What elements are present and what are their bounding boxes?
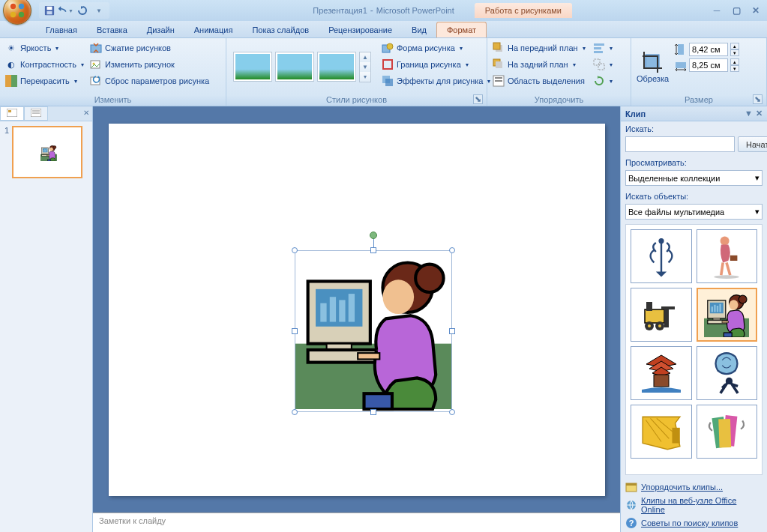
picture-effects-button[interactable]: Эффекты для рисунка▾ [379,73,493,89]
gallery-up-icon[interactable]: ▲ [360,52,370,62]
align-icon [593,42,605,54]
group-label-styles: Стили рисунков⬊ [229,94,484,106]
media-type-select[interactable]: Все файлы мультимедиа▾ [625,204,763,220]
save-icon[interactable] [42,3,57,18]
panel-close-icon[interactable]: ✕ [83,109,89,117]
spin-down-icon[interactable]: ▾ [730,65,739,72]
dialog-launcher-icon[interactable]: ⬊ [753,94,763,104]
tab-home[interactable]: Главная [36,22,87,37]
organize-icon [625,481,637,493]
rotate-handle[interactable] [370,232,377,239]
titlebar: ▼ ▼ Презентация1 - Microsoft PowerPoint … [0,0,767,21]
resize-handle[interactable] [449,409,455,415]
restore-button[interactable]: ▢ [730,5,743,16]
resize-handle[interactable] [370,247,376,253]
group-button[interactable]: ▾ [590,56,616,73]
tab-slideshow[interactable]: Показ слайдов [242,22,319,37]
recolor-icon [5,75,17,87]
style-option[interactable] [275,52,314,82]
group-icon [593,58,605,70]
front-icon [493,42,505,54]
clip-panel-title: Клип [625,109,646,118]
quick-access-toolbar: ▼ ▼ [39,2,109,19]
search-button[interactable]: Начать [738,136,767,152]
spin-up-icon[interactable]: ▴ [730,58,739,65]
slide-canvas[interactable] [109,124,605,496]
organize-clips-link[interactable]: Упорядочить клипы... [625,480,763,495]
selection-pane-button[interactable]: Область выделения [490,73,589,89]
undo-icon[interactable]: ▼ [58,3,73,18]
spin-down-icon[interactable]: ▾ [730,49,739,56]
office-online-link[interactable]: Клипы на веб-узле Office Online [625,495,763,516]
doc-name: Презентация1 [313,6,367,15]
tab-design[interactable]: Дизайн [137,22,184,37]
selected-picture[interactable] [295,250,452,412]
dialog-launcher-icon[interactable]: ⬊ [473,94,483,104]
style-option[interactable] [317,52,356,82]
gallery-down-icon[interactable]: ▼ [360,62,370,72]
contrast-button[interactable]: ◐Контрастность▾ [2,56,87,73]
svg-rect-40 [594,47,601,49]
picture-styles-gallery[interactable]: ▲ ▼ ▾ [232,43,373,91]
tab-view[interactable]: Вид [402,22,436,37]
resize-handle[interactable] [449,328,455,334]
resize-handle[interactable] [292,328,298,334]
picture-shape-button[interactable]: Форма рисунка▾ [379,40,493,56]
clip-result-item[interactable] [631,229,692,283]
clip-result-item[interactable] [697,405,758,459]
minimize-button[interactable]: ─ [710,5,724,16]
align-button[interactable]: ▾ [590,40,616,56]
resize-handle[interactable] [292,409,298,415]
brightness-button[interactable]: ☀Яркость▾ [2,40,87,56]
height-input[interactable]: 8,42 см [689,43,728,56]
clip-result-item[interactable] [631,346,692,400]
width-input[interactable]: 8,25 см [689,58,728,72]
clip-result-item[interactable] [697,346,758,400]
tab-format[interactable]: Формат [436,22,487,37]
qat-customize-icon[interactable]: ▼ [91,3,106,18]
change-picture-button[interactable]: Изменить рисунок [87,56,212,73]
resize-handle[interactable] [370,409,376,415]
slide-thumbnail[interactable]: 1 [4,126,88,178]
clip-result-item[interactable] [697,229,758,283]
clip-result-item[interactable] [631,288,692,342]
panel-close-icon[interactable]: ✕ [756,109,763,118]
rotate-button[interactable]: ▾ [590,73,616,89]
svg-rect-29 [383,60,392,69]
reset-picture-button[interactable]: Сброс параметров рисунка [87,73,212,89]
resize-handle[interactable] [449,247,455,253]
collections-select[interactable]: Выделенные коллекции▾ [625,170,763,186]
tab-animation[interactable]: Анимация [184,22,243,37]
resize-handle[interactable] [292,247,298,253]
clip-result-item[interactable] [631,405,692,459]
gallery-more-icon[interactable]: ▾ [360,72,370,82]
style-option[interactable] [233,52,272,82]
crop-button[interactable]: Обрезка [637,74,669,83]
tab-insert[interactable]: Вставка [87,22,137,37]
recolor-button[interactable]: Перекрасить▾ [2,73,87,89]
search-input[interactable] [625,136,735,152]
office-button[interactable] [3,0,31,25]
search-tips-link[interactable]: ?Советы по поиску клипов [625,516,763,531]
picture-border-button[interactable]: Граница рисунка▾ [379,56,493,73]
panel-menu-icon[interactable]: ▼ [745,109,753,118]
svg-rect-69 [719,419,732,448]
contextual-tab-label: Работа с рисунками [475,3,572,18]
close-button[interactable]: ✕ [749,5,763,16]
chevron-down-icon: ▾ [755,207,760,217]
bring-front-button[interactable]: На передний план▾ [490,40,589,56]
slides-tab[interactable] [0,106,24,121]
compress-button[interactable]: Сжатие рисунков [87,40,212,56]
back-icon [493,58,505,70]
spin-up-icon[interactable]: ▴ [730,43,739,49]
tab-review[interactable]: Рецензирование [319,22,402,37]
send-back-button[interactable]: На задний план▾ [490,56,589,73]
notes-pane[interactable]: Заметки к слайду [93,513,620,532]
svg-rect-22 [11,75,17,87]
clip-result-item-selected[interactable] [697,288,758,342]
svg-point-16 [10,12,16,17]
redo-icon[interactable] [75,3,90,18]
outline-tab[interactable] [24,106,48,121]
slide-editor: Заметки к слайду [93,106,620,532]
border-icon [382,58,394,70]
